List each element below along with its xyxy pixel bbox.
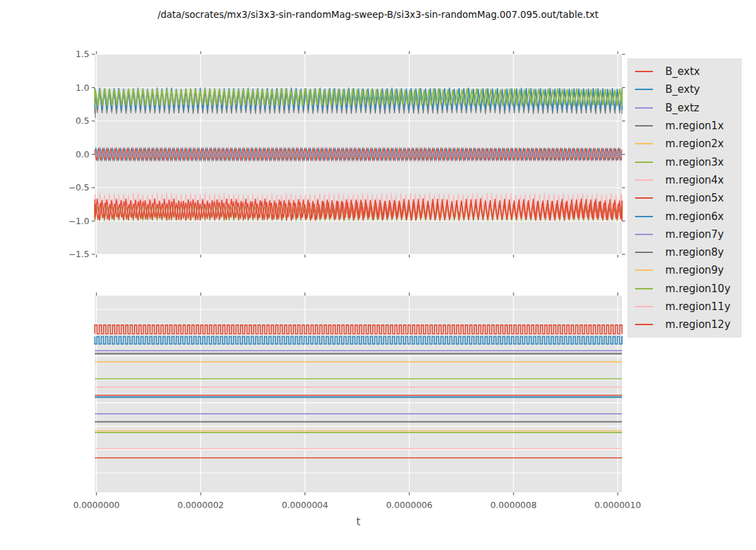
x-tick-label: 0.0000006 — [376, 500, 442, 511]
legend-swatch-line — [635, 306, 653, 307]
legend: B_extxB_extyB_extzm.region1xm.region2xm.… — [627, 58, 742, 338]
legend-swatch-line — [635, 197, 653, 199]
x-axis-label: t — [342, 516, 376, 528]
y-tick-label: −1.5 — [47, 249, 89, 260]
y-tick-label: −0.5 — [47, 182, 89, 193]
x-tick-label: 0.0000008 — [480, 500, 546, 511]
y-tick-label: 1.0 — [47, 82, 89, 94]
legend-swatch-line — [635, 89, 653, 90]
legend-swatch-line — [635, 216, 653, 217]
legend-item: m.region7y — [635, 226, 741, 243]
legend-item-label: m.region3x — [665, 156, 724, 168]
legend-item-label: m.region11y — [665, 300, 731, 313]
legend-item: m.region5x — [635, 189, 741, 207]
legend-item: m.region10y — [635, 280, 741, 298]
legend-item-label: m.region6x — [665, 210, 724, 223]
legend-item-label: B_exty — [665, 83, 700, 96]
legend-swatch-line — [635, 324, 653, 325]
legend-item: B_extz — [635, 99, 741, 117]
y-tick-label: 0.5 — [47, 116, 89, 126]
legend-item: B_extx — [635, 63, 741, 80]
legend-item-label: m.region7y — [665, 228, 724, 241]
legend-swatch-line — [635, 162, 653, 163]
legend-item: m.region11y — [635, 298, 741, 316]
x-tick-label: 0.0000002 — [168, 500, 234, 511]
legend-item-label: m.region5x — [665, 192, 724, 204]
legend-swatch-line — [635, 234, 653, 235]
legend-item: m.region8y — [635, 243, 741, 261]
legend-swatch-line — [635, 288, 653, 289]
legend-swatch-line — [635, 125, 653, 126]
legend-swatch-line — [635, 179, 653, 181]
legend-swatch-line — [635, 270, 653, 271]
legend-item: m.region6x — [635, 207, 741, 225]
legend-item: m.region3x — [635, 153, 741, 170]
bottom-plot — [95, 296, 622, 492]
legend-item-label: m.region4x — [665, 174, 724, 186]
legend-swatch-line — [635, 107, 653, 109]
legend-swatch-line — [635, 143, 653, 144]
legend-item: m.region12y — [635, 316, 741, 333]
y-tick-label: 1.5 — [47, 49, 89, 60]
legend-item-label: m.region12y — [665, 318, 731, 331]
legend-item-label: m.region9y — [665, 264, 724, 276]
plot-title: /data/socrates/mx3/si3x3-sin-randomMag-s… — [0, 9, 756, 20]
x-tick-label: 0.0000010 — [585, 500, 651, 511]
x-tick-label: 0.0000004 — [272, 500, 338, 511]
legend-item: m.region2x — [635, 135, 741, 153]
legend-item-label: m.region2x — [665, 138, 724, 150]
y-tick-label: −1.0 — [47, 216, 89, 227]
y-tick-label: 0.0 — [47, 149, 89, 160]
legend-swatch-line — [635, 71, 653, 72]
top-plot — [95, 54, 622, 254]
x-tick-label: 0.0000000 — [63, 500, 129, 511]
legend-item-label: m.region8y — [665, 246, 724, 258]
legend-swatch-line — [635, 252, 653, 253]
legend-item: m.region9y — [635, 261, 741, 279]
legend-item-label: m.region1x — [665, 120, 724, 132]
legend-item: m.region1x — [635, 117, 741, 135]
legend-item-label: B_extz — [665, 102, 699, 114]
legend-item: m.region4x — [635, 171, 741, 189]
legend-item-label: m.region10y — [665, 283, 731, 295]
legend-item-label: B_extx — [665, 65, 700, 78]
figure: /data/socrates/mx3/si3x3-sin-randomMag-s… — [0, 0, 756, 550]
legend-item: B_exty — [635, 80, 741, 98]
